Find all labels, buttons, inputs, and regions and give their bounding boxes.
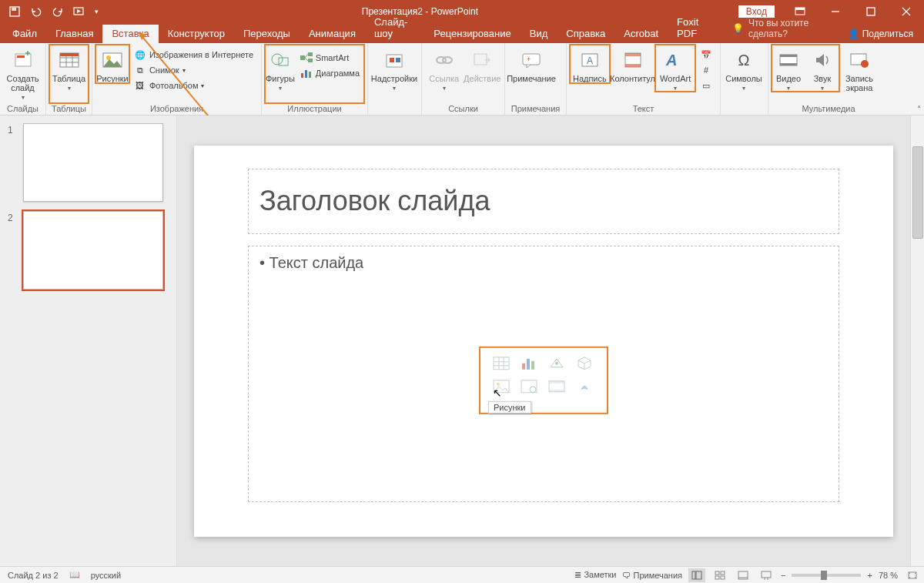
svg-rect-28 — [309, 72, 311, 78]
qat-customize[interactable]: ▾ — [91, 2, 102, 22]
zoom-level[interactable]: 78 % — [879, 571, 898, 580]
tooltip: Рисунки — [488, 401, 531, 414]
svg-rect-35 — [523, 54, 540, 65]
tab-review[interactable]: Рецензирование — [424, 25, 520, 43]
signin-button[interactable]: Вход — [738, 5, 775, 18]
tab-animations[interactable]: Анимация — [300, 25, 365, 43]
slide-canvas[interactable]: Заголовок слайда Текст слайда ↖ Рисунки — [177, 116, 910, 566]
picture-icon — [100, 48, 125, 72]
hyperlink-button: Ссылка — [425, 45, 464, 92]
insert-3d-icon[interactable] — [574, 354, 594, 373]
svg-rect-4 — [795, 8, 805, 10]
svg-text:A: A — [587, 55, 593, 66]
slide[interactable]: Заголовок слайда Текст слайда ↖ Рисунки — [194, 146, 893, 537]
tab-view[interactable]: Вид — [521, 25, 557, 43]
object-button[interactable]: ▭ — [697, 79, 715, 92]
slide-thumbnail-2[interactable] — [23, 211, 163, 290]
audio-button[interactable]: Звук — [805, 45, 839, 92]
share-button[interactable]: 👤Поделиться — [837, 28, 924, 43]
insert-chart-icon[interactable] — [519, 354, 539, 373]
tell-me[interactable]: 💡Что вы хотите сделать? — [721, 18, 837, 43]
new-slide-button[interactable]: Создать слайд — [3, 45, 42, 101]
screenshot-button[interactable]: ⧉Снимок ▾ — [131, 63, 256, 77]
textbox-button[interactable]: A Надпись — [570, 45, 610, 83]
svg-rect-57 — [531, 361, 534, 370]
group-comments-label: Примечания — [508, 103, 563, 115]
maximize-button[interactable] — [853, 0, 889, 23]
slide-thumbnail-1[interactable] — [23, 123, 163, 202]
svg-rect-67 — [696, 571, 701, 579]
normal-view-button[interactable] — [688, 568, 705, 582]
notes-button[interactable]: ≣ Заметки — [574, 570, 616, 580]
photo-album-button[interactable]: 🖼Фотоальбом ▾ — [131, 79, 256, 92]
slide-sorter-button[interactable] — [711, 568, 728, 582]
table-button[interactable]: Таблица — [49, 45, 89, 92]
tab-transitions[interactable]: Переходы — [234, 25, 300, 43]
svg-rect-74 — [762, 571, 771, 578]
insert-video-icon[interactable] — [547, 377, 567, 396]
svg-rect-10 — [17, 55, 25, 58]
audio-icon — [810, 48, 835, 72]
tab-slideshow[interactable]: Слайд-шоу — [365, 13, 424, 43]
online-pictures-button[interactable]: 🌐Изображения в Интернете — [131, 48, 256, 62]
svg-rect-66 — [692, 571, 695, 579]
zoom-slider[interactable] — [792, 574, 861, 577]
screenrec-icon — [847, 48, 872, 72]
svg-rect-50 — [494, 357, 509, 370]
title-placeholder[interactable]: Заголовок слайда — [248, 169, 839, 234]
shapes-button[interactable]: Фигуры — [265, 45, 296, 92]
object-icon: ▭ — [700, 79, 712, 92]
tab-design[interactable]: Конструктор — [159, 25, 234, 43]
zoom-in[interactable]: + — [867, 571, 872, 580]
tab-help[interactable]: Справка — [557, 25, 614, 43]
reading-view-button[interactable] — [735, 568, 752, 582]
slideshow-view-button[interactable] — [758, 568, 775, 582]
tab-insert[interactable]: Вставка — [102, 25, 158, 43]
link-icon — [432, 48, 457, 72]
content-placeholder-icons: ↖ Рисунки — [479, 347, 608, 414]
header-footer-button[interactable]: Колонтитул — [610, 45, 656, 83]
wordart-icon: A — [663, 48, 688, 72]
vertical-scrollbar[interactable] — [910, 116, 924, 566]
symbols-button[interactable]: Ω Символы — [724, 45, 764, 92]
insert-table-icon[interactable] — [491, 354, 511, 373]
insert-online-picture-icon[interactable] — [519, 377, 539, 396]
save-button[interactable] — [5, 2, 25, 22]
pictures-button[interactable]: Рисунки — [95, 45, 129, 83]
smartart-button[interactable]: SmartArt — [297, 51, 363, 65]
spellcheck-icon[interactable]: 📖 — [69, 570, 80, 580]
addins-button[interactable]: Надстройки — [371, 45, 417, 92]
insert-icon-icon[interactable] — [574, 377, 594, 396]
fit-to-window[interactable] — [904, 568, 921, 582]
undo-button[interactable] — [26, 2, 46, 22]
comment-button[interactable]: + Примечание — [508, 45, 554, 83]
start-slideshow-button[interactable] — [69, 2, 89, 22]
collapse-ribbon[interactable]: ˄ — [917, 105, 921, 113]
close-button[interactable] — [889, 0, 924, 23]
slide-thumbnails-panel[interactable]: 1 2 — [0, 116, 177, 566]
tab-file[interactable]: Файл — [3, 25, 46, 43]
svg-rect-26 — [301, 73, 303, 78]
screen-recording-button[interactable]: Запись экрана — [839, 45, 879, 92]
language[interactable]: русский — [91, 571, 121, 580]
thumb-number: 2 — [8, 211, 17, 290]
date-time-button[interactable]: 📅 — [697, 48, 715, 62]
video-button[interactable]: Видео — [772, 45, 805, 92]
tab-acrobat[interactable]: Acrobat — [614, 25, 668, 43]
svg-point-19 — [272, 54, 283, 65]
group-links-label: Ссылки — [425, 103, 501, 115]
tab-foxit[interactable]: Foxit PDF — [668, 13, 721, 43]
svg-rect-6 — [867, 8, 875, 15]
redo-button[interactable] — [48, 2, 68, 22]
svg-rect-69 — [721, 571, 725, 575]
header-icon — [621, 48, 645, 72]
wordart-button[interactable]: A WordArt — [655, 45, 695, 92]
slide-number-button[interactable]: # — [697, 63, 715, 77]
content-placeholder[interactable]: Текст слайда ↖ Рисунки — [248, 246, 839, 502]
tab-home[interactable]: Главная — [46, 25, 102, 43]
comments-button[interactable]: 🗨 Примечания — [622, 571, 682, 580]
group-text-label: Текст — [570, 103, 717, 115]
zoom-out[interactable]: − — [781, 571, 785, 580]
insert-smartart-icon[interactable] — [547, 354, 567, 373]
chart-button[interactable]: Диаграмма — [297, 66, 363, 80]
